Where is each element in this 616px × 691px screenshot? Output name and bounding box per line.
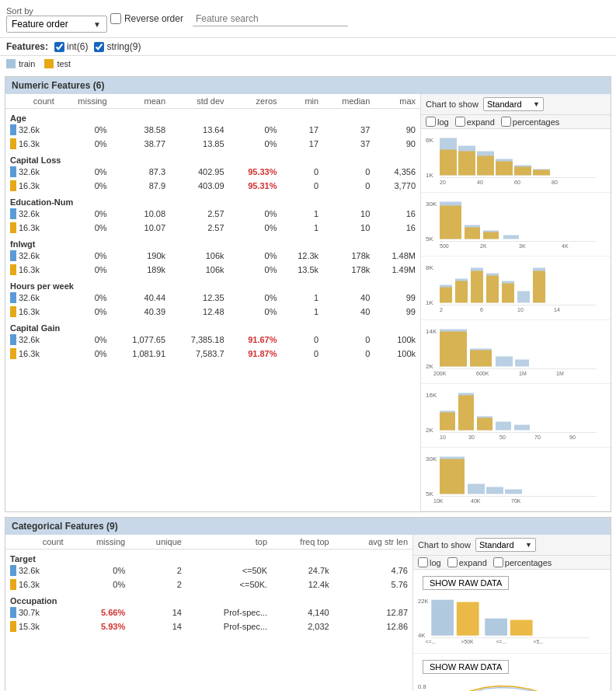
cell-median: 0 — [323, 333, 374, 347]
table-row: Occupation — [5, 592, 412, 605]
numeric-chart-select[interactable]: Standard Normalized — [483, 97, 544, 111]
test-legend-box — [44, 59, 54, 68]
svg-rect-22 — [440, 206, 461, 239]
cat-chart-options: log expand percentages — [413, 556, 611, 570]
table-row: Capital Loss — [5, 151, 420, 165]
cell-count: 32.6k — [5, 249, 59, 263]
cell-median: 178k — [323, 249, 374, 263]
svg-text:1K: 1K — [426, 299, 433, 306]
string-label: string(9) — [106, 41, 141, 52]
train-legend: train — [6, 59, 35, 68]
table-row: Education-Num — [5, 193, 420, 207]
feature-search-input[interactable] — [193, 12, 348, 26]
svg-text:2: 2 — [440, 307, 443, 312]
svg-text:30: 30 — [468, 434, 475, 440]
cell-std_dev: 106k — [170, 263, 229, 277]
show-raw-data-occupation[interactable]: SHOW RAW DATA — [423, 660, 509, 674]
string-checkbox[interactable] — [94, 42, 104, 52]
numeric-chart-area: Chart to show Standard Normalized ▼ log … — [420, 94, 611, 511]
occupation-test-avg-str-len: 12.86 — [334, 619, 412, 633]
reverse-order-checkbox[interactable] — [110, 13, 121, 24]
cell-max: 1.49M — [374, 263, 420, 277]
svg-text:4K: 4K — [418, 632, 426, 639]
svg-text:6: 6 — [480, 307, 483, 312]
cell-count: 16.3k — [5, 263, 59, 277]
features-label: Features: — [6, 41, 48, 52]
cat-opt-expand[interactable]: expand — [447, 557, 487, 567]
opt-log[interactable]: log — [426, 117, 449, 127]
cell-median: 40 — [323, 291, 374, 305]
svg-text:5K: 5K — [426, 236, 433, 243]
int-checkbox-item: int(6) — [54, 41, 88, 52]
orange-indicator — [10, 306, 16, 317]
cat-opt-percentages[interactable]: percentages — [493, 557, 552, 567]
train-legend-label: train — [19, 59, 35, 68]
cell-zeros: 0% — [229, 221, 282, 235]
cat-col-top: top — [186, 535, 272, 550]
show-raw-data-target[interactable]: SHOW RAW DATA — [423, 576, 509, 590]
svg-rect-5 — [458, 152, 475, 176]
cat-chart-select[interactable]: Standard Normalized — [475, 538, 536, 552]
sort-container: Sort by Feature order Non-uniformity Alp… — [6, 5, 101, 33]
hours-per-week-chart: 16K 2K 10 30 50 70 90 — [421, 384, 611, 448]
fnlwgt-chart-svg: 14K 2K 200K 600K 1M 1M — [426, 323, 604, 378]
target-train-avg-str-len: 4.76 — [334, 564, 412, 578]
cell-zeros: 95.33% — [229, 165, 282, 179]
categorical-section-header: Categorical Features (9) — [5, 518, 611, 535]
cell-count: 32.6k — [5, 333, 59, 347]
cell-std_dev: 12.48 — [170, 305, 229, 319]
categorical-section: Categorical Features (9) count missing u… — [5, 517, 611, 691]
cell-std_dev: 13.85 — [170, 137, 229, 151]
svg-rect-74 — [496, 422, 511, 431]
cell-std_dev: 7,583.7 — [170, 347, 229, 361]
numeric-section-header: Numeric Features (6) — [5, 77, 611, 94]
test-indicator — [10, 579, 16, 590]
cell-missing: 0% — [59, 137, 112, 151]
cell-count: 16.3k — [5, 305, 59, 319]
cell-mean: 40.39 — [112, 305, 171, 319]
cat-col-avg-str-len: avg str len — [334, 535, 412, 550]
sort-select[interactable]: Feature order Non-uniformity Alphabetica… — [6, 16, 107, 33]
svg-text:10: 10 — [517, 307, 524, 312]
svg-rect-60 — [515, 360, 529, 367]
cell-zeros: 0% — [229, 291, 282, 305]
svg-text:80: 80 — [552, 180, 558, 185]
capital-gain-chart: 30K 5K 10K 40K 70K — [421, 448, 611, 511]
svg-rect-44 — [502, 284, 514, 303]
cat-opt-log[interactable]: log — [418, 557, 441, 567]
table-row: 32.6k0%1,077.657,385.1891.67%00100k — [5, 333, 420, 347]
occupation-train-missing: 5.66% — [68, 605, 131, 619]
svg-text:10: 10 — [440, 434, 446, 440]
target-chart-row: SHOW RAW DATA 22K 4K <=... >50K <=... >5… — [413, 570, 611, 654]
opt-expand[interactable]: expand — [455, 117, 495, 127]
feature-name: Hours per week — [5, 277, 420, 291]
cell-missing: 0% — [59, 221, 112, 235]
cell-zeros: 0% — [229, 263, 282, 277]
opt-percentages[interactable]: percentages — [501, 117, 560, 127]
svg-text:60: 60 — [514, 180, 520, 185]
orange-indicator — [10, 264, 16, 275]
svg-rect-95 — [431, 600, 454, 636]
cell-mean: 40.44 — [112, 291, 171, 305]
table-row: 32.6k0%87.3402.9595.33%004,356 — [5, 165, 420, 179]
int-checkbox[interactable] — [54, 42, 64, 52]
target-test-missing: 0% — [68, 578, 131, 592]
cell-max: 90 — [374, 123, 420, 137]
cell-missing: 0% — [59, 333, 112, 347]
cell-min: 0 — [282, 165, 324, 179]
col-count: count — [5, 94, 59, 109]
cell-std_dev: 403.09 — [170, 179, 229, 193]
cat-chart-to-show: Chart to show Standard Normalized ▼ — [413, 535, 611, 556]
svg-text:4K: 4K — [562, 243, 569, 249]
cell-zeros: 91.87% — [229, 347, 282, 361]
cell-max: 99 — [374, 291, 420, 305]
col-stddev: std dev — [170, 94, 229, 109]
feature-name: Capital Loss — [5, 151, 420, 165]
cell-std_dev: 7,385.18 — [170, 333, 229, 347]
svg-text:0.8: 0.8 — [418, 683, 426, 690]
svg-text:50: 50 — [499, 434, 506, 440]
cell-max: 99 — [374, 305, 420, 319]
feature-name: fnlwgt — [5, 235, 420, 249]
orange-indicator — [10, 138, 16, 149]
svg-text:40: 40 — [477, 180, 483, 185]
